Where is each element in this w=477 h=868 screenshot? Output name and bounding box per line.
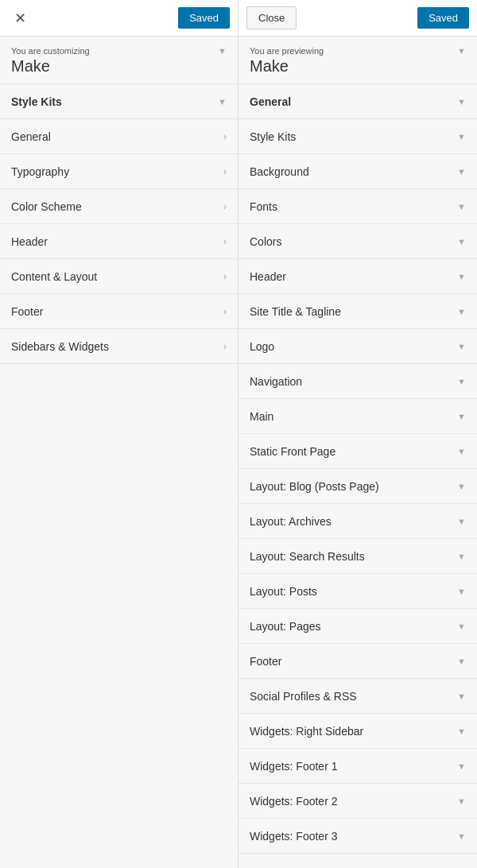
right-item-main[interactable]: Main ▼: [238, 399, 477, 434]
right-general-label: General: [250, 95, 291, 108]
right-general-row[interactable]: General ▼: [238, 84, 477, 119]
right-item-layout-archives-label: Layout: Archives: [250, 515, 332, 528]
right-item-footer-label: Footer: [250, 655, 281, 668]
left-item-content-layout-label: Content & Layout: [11, 270, 97, 283]
left-item-footer[interactable]: Footer ›: [0, 294, 238, 329]
right-item-layout-pages[interactable]: Layout: Pages ▼: [238, 609, 477, 644]
right-item-style-kits-label: Style Kits: [250, 130, 296, 143]
right-item-background-label: Background: [250, 165, 309, 178]
right-item-widgets-footer-3-label: Widgets: Footer 3: [250, 830, 338, 843]
right-item-footer-arrow: ▼: [457, 657, 466, 666]
right-close-button[interactable]: Close: [246, 6, 297, 29]
right-item-colors-arrow: ▼: [457, 237, 466, 246]
right-item-style-kits[interactable]: Style Kits ▼: [238, 119, 477, 154]
right-item-background[interactable]: Background ▼: [238, 154, 477, 189]
right-title-arrow: ▼: [457, 46, 466, 56]
right-item-site-title-tagline[interactable]: Site Title & Tagline ▼: [238, 294, 477, 329]
left-item-sidebars-widgets-label: Sidebars & Widgets: [11, 340, 109, 353]
right-item-footer[interactable]: Footer ▼: [238, 644, 477, 679]
right-item-static-front-page-label: Static Front Page: [250, 445, 335, 458]
right-item-header-arrow: ▼: [457, 272, 466, 281]
right-item-layout-posts-label: Layout: Posts: [250, 585, 317, 598]
left-item-typography-label: Typography: [11, 165, 69, 178]
right-subtitle: You are previewing: [250, 46, 324, 56]
right-title: Make: [250, 57, 324, 76]
right-item-layout-blog-arrow: ▼: [457, 482, 466, 491]
right-item-layout-pages-arrow: ▼: [457, 622, 466, 631]
left-subtitle: You are customizing: [11, 46, 90, 56]
right-item-social-profiles-label: Social Profiles & RSS: [250, 690, 357, 703]
right-item-social-profiles-arrow: ▼: [457, 692, 466, 701]
right-item-widgets-right-sidebar[interactable]: Widgets: Right Sidebar ▼: [238, 714, 477, 749]
right-item-fonts[interactable]: Fonts ▼: [238, 189, 477, 224]
right-item-layout-archives[interactable]: Layout: Archives ▼: [238, 504, 477, 539]
right-item-layout-blog[interactable]: Layout: Blog (Posts Page) ▼: [238, 469, 477, 504]
right-item-static-front-page[interactable]: Static Front Page ▼: [238, 434, 477, 469]
left-item-header-label: Header: [11, 235, 48, 248]
left-item-header-arrow: ›: [223, 235, 227, 247]
right-saved-button[interactable]: Saved: [417, 7, 469, 29]
right-item-navigation[interactable]: Navigation ▼: [238, 364, 477, 399]
left-item-sidebars-widgets[interactable]: Sidebars & Widgets ›: [0, 329, 238, 364]
left-item-sidebars-widgets-arrow: ›: [223, 340, 227, 352]
right-item-layout-posts[interactable]: Layout: Posts ▼: [238, 574, 477, 609]
right-item-colors-label: Colors: [250, 235, 281, 248]
left-item-color-scheme[interactable]: Color Scheme ›: [0, 189, 238, 224]
right-item-layout-pages-label: Layout: Pages: [250, 620, 321, 633]
left-item-general-label: General: [11, 130, 51, 143]
right-item-social-profiles[interactable]: Social Profiles & RSS ▼: [238, 679, 477, 714]
left-style-kits-row[interactable]: Style Kits ▼: [0, 84, 238, 119]
left-style-kits-arrow: ▼: [218, 97, 227, 107]
left-item-color-scheme-arrow: ›: [223, 200, 227, 212]
right-item-logo-arrow: ▼: [457, 342, 466, 351]
left-style-kits-label: Style Kits: [11, 95, 62, 108]
right-item-colors[interactable]: Colors ▼: [238, 224, 477, 259]
left-saved-button[interactable]: Saved: [178, 7, 230, 29]
right-item-layout-blog-label: Layout: Blog (Posts Page): [250, 480, 379, 493]
right-item-widgets-footer-1-arrow: ▼: [457, 761, 466, 771]
left-title: Make: [11, 57, 90, 76]
left-item-typography[interactable]: Typography ›: [0, 154, 238, 189]
right-title-section: You are previewing Make ▼: [238, 37, 477, 84]
right-general-arrow: ▼: [457, 97, 466, 107]
right-item-layout-search-arrow: ▼: [457, 552, 466, 561]
right-list: Style Kits ▼ Background ▼ Fonts ▼ Colors…: [238, 119, 477, 854]
right-item-widgets-footer-2[interactable]: Widgets: Footer 2 ▼: [238, 784, 477, 819]
right-item-layout-search[interactable]: Layout: Search Results ▼: [238, 539, 477, 574]
right-item-logo[interactable]: Logo ▼: [238, 329, 477, 364]
left-item-color-scheme-label: Color Scheme: [11, 200, 82, 213]
left-item-footer-arrow: ›: [223, 305, 227, 317]
left-item-typography-arrow: ›: [223, 165, 227, 177]
right-item-header-label: Header: [250, 270, 286, 283]
right-item-layout-posts-arrow: ▼: [457, 587, 466, 596]
left-item-content-layout[interactable]: Content & Layout ›: [0, 259, 238, 294]
left-item-content-layout-arrow: ›: [223, 270, 227, 282]
left-item-general[interactable]: General ›: [0, 119, 238, 154]
right-item-header[interactable]: Header ▼: [238, 259, 477, 294]
right-item-navigation-arrow: ▼: [457, 377, 466, 386]
right-item-static-front-page-arrow: ▼: [457, 447, 466, 456]
right-item-style-kits-arrow: ▼: [457, 132, 466, 141]
close-x-button[interactable]: ✕: [8, 6, 33, 30]
right-item-widgets-footer-3-arrow: ▼: [457, 831, 466, 841]
right-item-widgets-right-sidebar-label: Widgets: Right Sidebar: [250, 725, 363, 738]
right-panel: Close Saved You are previewing Make ▼ Ge…: [238, 0, 477, 868]
right-item-widgets-footer-1[interactable]: Widgets: Footer 1 ▼: [238, 749, 477, 784]
right-item-layout-search-label: Layout: Search Results: [250, 550, 365, 563]
left-title-arrow: ▼: [218, 46, 227, 56]
right-item-navigation-label: Navigation: [250, 375, 302, 388]
right-item-widgets-right-sidebar-arrow: ▼: [457, 727, 466, 736]
right-item-widgets-footer-1-label: Widgets: Footer 1: [250, 760, 338, 773]
left-title-section: You are customizing Make ▼: [0, 37, 238, 84]
right-item-widgets-footer-3[interactable]: Widgets: Footer 3 ▼: [238, 819, 477, 854]
left-item-header[interactable]: Header ›: [0, 224, 238, 259]
right-item-main-label: Main: [250, 410, 273, 423]
right-item-site-title-tagline-arrow: ▼: [457, 307, 466, 316]
right-item-widgets-footer-2-arrow: ▼: [457, 796, 466, 806]
left-header: ✕ Saved: [0, 0, 238, 37]
left-item-footer-label: Footer: [11, 305, 43, 318]
right-item-main-arrow: ▼: [457, 412, 466, 421]
right-item-site-title-tagline-label: Site Title & Tagline: [250, 305, 341, 318]
left-panel: ✕ Saved You are customizing Make ▼ Style…: [0, 0, 238, 868]
right-item-background-arrow: ▼: [457, 167, 466, 176]
